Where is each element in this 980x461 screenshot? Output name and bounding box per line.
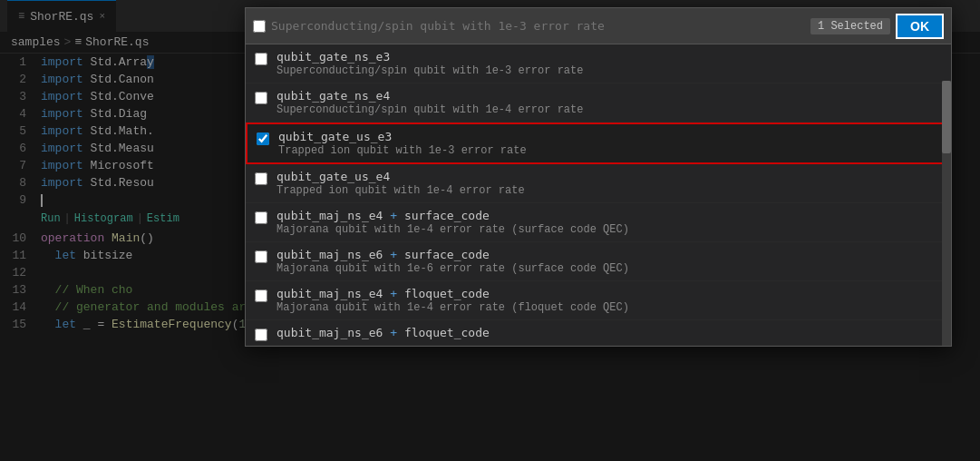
item-desc-qubit-gate-ns-e4: Superconducting/spin qubit with 1e-4 err… (277, 103, 583, 116)
item-desc-qubit-maj-ns-e4-floquet: Majorana qubit with 1e-4 error rate (flo… (277, 301, 629, 314)
item-name-qubit-maj-ns-e4-floquet: qubit_maj_ns_e4 + floquet_code (277, 287, 629, 300)
list-item-qubit-maj-ns-e4-floquet[interactable]: qubit_maj_ns_e4 + floquet_code Majorana … (246, 281, 951, 320)
target-profile-dropdown: 1 Selected OK qubit_gate_ns_e3 Supercond… (245, 7, 952, 347)
list-item-qubit-gate-us-e4[interactable]: qubit_gate_us_e4 Trapped ion qubit with … (246, 164, 951, 203)
scrollbar-thumb[interactable] (942, 81, 951, 153)
profile-list: qubit_gate_ns_e3 Superconducting/spin qu… (246, 44, 951, 346)
item-name-qubit-gate-us-e4: qubit_gate_us_e4 (277, 170, 525, 183)
checkbox-qubit-maj-ns-e4-floquet[interactable] (255, 289, 267, 302)
checkbox-qubit-maj-ns-e6-surface[interactable] (255, 250, 267, 263)
search-row: 1 Selected OK (246, 8, 951, 44)
checkbox-qubit-maj-ns-e4-surface[interactable] (255, 211, 267, 224)
select-all-checkbox[interactable] (253, 20, 266, 33)
list-item-qubit-gate-ns-e3[interactable]: qubit_gate_ns_e3 Superconducting/spin qu… (246, 44, 951, 83)
checkbox-qubit-gate-us-e4[interactable] (255, 172, 267, 185)
item-name-qubit-gate-ns-e3: qubit_gate_ns_e3 (277, 50, 583, 64)
item-text-qubit-maj-ns-e4-surface: qubit_maj_ns_e4 + surface_code Majorana … (277, 209, 629, 236)
list-item-qubit-maj-ns-e6-surface[interactable]: qubit_maj_ns_e6 + surface_code Majorana … (246, 242, 951, 281)
checkbox-qubit-gate-ns-e3[interactable] (255, 53, 267, 65)
checkbox-qubit-gate-us-e3[interactable] (257, 132, 269, 145)
item-desc-qubit-maj-ns-e4-surface: Majorana qubit with 1e-4 error rate (sur… (277, 223, 629, 236)
list-item-qubit-gate-ns-e4[interactable]: qubit_gate_ns_e4 Superconducting/spin qu… (246, 83, 951, 123)
item-desc-qubit-gate-us-e4: Trapped ion qubit with 1e-4 error rate (277, 184, 525, 197)
item-text-qubit-gate-us-e4: qubit_gate_us_e4 Trapped ion qubit with … (277, 170, 525, 197)
item-name-qubit-maj-ns-e6-floquet: qubit_maj_ns_e6 + floquet_code (277, 326, 490, 339)
item-text-qubit-gate-ns-e3: qubit_gate_ns_e3 Superconducting/spin qu… (277, 50, 583, 77)
item-desc-qubit-gate-ns-e3: Superconducting/spin qubit with 1e-3 err… (277, 64, 583, 77)
item-name-qubit-gate-ns-e4: qubit_gate_ns_e4 (277, 89, 583, 103)
item-desc-qubit-maj-ns-e6-surface: Majorana qubit with 1e-6 error rate (sur… (277, 262, 629, 275)
item-text-qubit-gate-us-e3: qubit_gate_us_e3 Trapped ion qubit with … (278, 130, 527, 157)
scrollbar-track (942, 81, 951, 346)
item-text-qubit-maj-ns-e4-floquet: qubit_maj_ns_e4 + floquet_code Majorana … (277, 287, 629, 314)
ok-button[interactable]: OK (896, 14, 944, 39)
item-name-qubit-maj-ns-e4-surface: qubit_maj_ns_e4 + surface_code (277, 209, 629, 222)
list-item-qubit-gate-us-e3[interactable]: qubit_gate_us_e3 Trapped ion qubit with … (246, 123, 951, 164)
checkbox-qubit-gate-ns-e4[interactable] (255, 92, 267, 104)
checkbox-qubit-maj-ns-e6-floquet[interactable] (255, 329, 267, 341)
item-name-qubit-maj-ns-e6-surface: qubit_maj_ns_e6 + surface_code (277, 248, 629, 261)
selected-badge: 1 Selected (810, 18, 890, 34)
item-text-qubit-maj-ns-e6-surface: qubit_maj_ns_e6 + surface_code Majorana … (277, 248, 629, 275)
item-text-qubit-maj-ns-e6-floquet: qubit_maj_ns_e6 + floquet_code (277, 326, 490, 339)
list-item-qubit-maj-ns-e4-surface[interactable]: qubit_maj_ns_e4 + surface_code Majorana … (246, 203, 951, 242)
item-text-qubit-gate-ns-e4: qubit_gate_ns_e4 Superconducting/spin qu… (277, 89, 583, 116)
item-desc-qubit-gate-us-e3: Trapped ion qubit with 1e-3 error rate (278, 144, 527, 157)
item-name-qubit-gate-us-e3: qubit_gate_us_e3 (278, 130, 527, 143)
search-input[interactable] (271, 19, 805, 33)
list-item-qubit-maj-ns-e6-floquet[interactable]: qubit_maj_ns_e6 + floquet_code (246, 320, 951, 346)
